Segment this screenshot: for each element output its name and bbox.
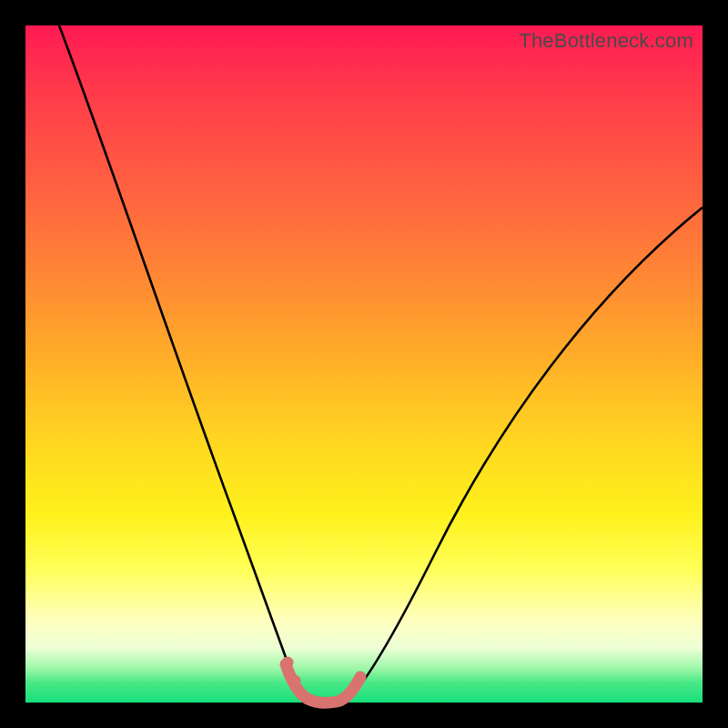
chart-plot-area: TheBottleneck.com (25, 25, 703, 703)
marker-dot-icon (289, 675, 301, 687)
chart-svg (25, 25, 703, 703)
bottleneck-curve (59, 25, 703, 703)
chart-frame: TheBottleneck.com (0, 0, 728, 728)
marker-dot-icon (282, 657, 294, 669)
